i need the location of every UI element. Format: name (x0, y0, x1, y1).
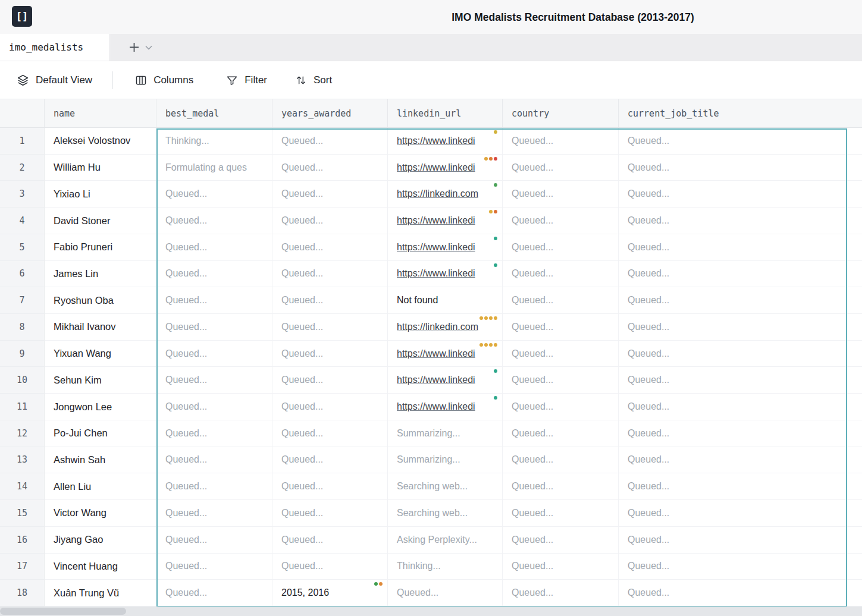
cell-name[interactable]: Po-Jui Chen (45, 420, 156, 447)
cell-linkedin-url[interactable]: Searching web... (388, 473, 503, 500)
row-number[interactable]: 14 (0, 473, 45, 500)
cell-linkedin-url[interactable]: https://linkedin.com (388, 314, 503, 341)
cell-best-medal[interactable]: Queued... (156, 500, 272, 527)
cell-current-job-title[interactable]: Queued... (619, 420, 862, 447)
cell-linkedin-url[interactable]: https://www.linkedi (388, 394, 503, 420)
row-number[interactable]: 1 (0, 128, 45, 155)
cell-name[interactable]: David Stoner (45, 208, 156, 234)
cell-current-job-title[interactable]: Queued... (619, 181, 862, 208)
cell-name[interactable]: Aleksei Volostnov (45, 128, 156, 155)
cell-name[interactable]: Yixuan Wang (45, 341, 156, 367)
cell-current-job-title[interactable]: Queued... (619, 341, 862, 367)
cell-best-medal[interactable]: Queued... (156, 314, 272, 341)
cell-linkedin-url[interactable]: https://www.linkedi (388, 367, 503, 394)
cell-current-job-title[interactable]: Queued... (619, 473, 862, 500)
cell-current-job-title[interactable]: Queued... (619, 580, 862, 606)
cell-linkedin-url[interactable]: https://www.linkedi (388, 155, 503, 181)
cell-linkedin-url[interactable]: https://www.linkedi (388, 208, 503, 234)
header-current-job-title[interactable]: current_job_title (619, 99, 862, 127)
cell-name[interactable]: Victor Wang (45, 500, 156, 527)
cell-current-job-title[interactable]: Queued... (619, 314, 862, 341)
cell-current-job-title[interactable]: Queued... (619, 261, 862, 288)
header-linkedin-url[interactable]: linkedin_url (388, 99, 503, 127)
cell-name[interactable]: Jongwon Lee (45, 394, 156, 420)
cell-best-medal[interactable]: Queued... (156, 554, 272, 580)
cell-years-awarded[interactable]: Queued... (272, 447, 388, 474)
cell-current-job-title[interactable]: Queued... (619, 527, 862, 554)
horizontal-scrollbar[interactable] (0, 606, 862, 616)
cell-best-medal[interactable]: Queued... (156, 580, 272, 606)
linkedin-link[interactable]: https://www.linkedi (397, 375, 475, 385)
row-number[interactable]: 3 (0, 181, 45, 208)
cell-name[interactable]: James Lin (45, 261, 156, 288)
row-number[interactable]: 10 (0, 367, 45, 394)
cell-linkedin-url[interactable]: Summarizing... (388, 420, 503, 447)
linkedin-link[interactable]: https://linkedin.com (397, 322, 478, 332)
cell-years-awarded[interactable]: 2015, 2016 (272, 580, 388, 606)
row-number[interactable]: 12 (0, 420, 45, 447)
cell-years-awarded[interactable]: Queued... (272, 314, 388, 341)
cell-years-awarded[interactable]: Queued... (272, 394, 388, 420)
cell-name[interactable]: Allen Liu (45, 473, 156, 500)
scrollbar-thumb[interactable] (0, 608, 126, 615)
cell-years-awarded[interactable]: Queued... (272, 341, 388, 367)
cell-current-job-title[interactable]: Queued... (619, 128, 862, 155)
cell-linkedin-url[interactable]: https://www.linkedi (388, 128, 503, 155)
cell-linkedin-url[interactable]: Thinking... (388, 554, 503, 580)
cell-country[interactable]: Queued... (503, 394, 619, 420)
row-number[interactable]: 4 (0, 208, 45, 234)
header-country[interactable]: country (503, 99, 619, 127)
linkedin-link[interactable]: https://www.linkedi (397, 162, 475, 173)
cell-years-awarded[interactable]: Queued... (272, 527, 388, 554)
cell-name[interactable]: Yixiao Li (45, 181, 156, 208)
cell-current-job-title[interactable]: Queued... (619, 208, 862, 234)
cell-best-medal[interactable]: Queued... (156, 287, 272, 314)
cell-current-job-title[interactable]: Queued... (619, 234, 862, 261)
linkedin-link[interactable]: https://www.linkedi (397, 215, 475, 226)
linkedin-link[interactable]: https://www.linkedi (397, 136, 475, 146)
cell-best-medal[interactable]: Queued... (156, 420, 272, 447)
cell-country[interactable]: Queued... (503, 287, 619, 314)
cell-linkedin-url[interactable]: https://www.linkedi (388, 341, 503, 367)
linkedin-link[interactable]: https://www.linkedi (397, 401, 475, 412)
cell-current-job-title[interactable]: Queued... (619, 554, 862, 580)
app-logo[interactable]: [] (12, 6, 32, 27)
cell-name[interactable]: Vincent Huang (45, 554, 156, 580)
cell-best-medal[interactable]: Queued... (156, 394, 272, 420)
tab-imo-medalists[interactable]: imo_medalists (0, 34, 110, 61)
cell-name[interactable]: Mikhail Ivanov (45, 314, 156, 341)
linkedin-link[interactable]: https://linkedin.com (397, 188, 478, 199)
header-years-awarded[interactable]: years_awarded (272, 99, 388, 127)
row-number[interactable]: 13 (0, 447, 45, 474)
header-best-medal[interactable]: best_medal (156, 99, 272, 127)
row-number[interactable]: 15 (0, 500, 45, 527)
cell-country[interactable]: Queued... (503, 367, 619, 394)
row-number[interactable]: 7 (0, 287, 45, 314)
cell-current-job-title[interactable]: Queued... (619, 500, 862, 527)
cell-country[interactable]: Queued... (503, 554, 619, 580)
linkedin-link[interactable]: https://www.linkedi (397, 268, 475, 279)
cell-country[interactable]: Queued... (503, 234, 619, 261)
cell-years-awarded[interactable]: Queued... (272, 208, 388, 234)
cell-country[interactable]: Queued... (503, 208, 619, 234)
columns-button[interactable]: Columns (135, 74, 193, 86)
linkedin-link[interactable]: https://www.linkedi (397, 348, 475, 359)
cell-name[interactable]: Sehun Kim (45, 367, 156, 394)
cell-years-awarded[interactable]: Queued... (272, 500, 388, 527)
cell-best-medal[interactable]: Formulating a ques (156, 155, 272, 181)
cell-linkedin-url[interactable]: Searching web... (388, 500, 503, 527)
cell-linkedin-url[interactable]: https://www.linkedi (388, 261, 503, 288)
cell-name[interactable]: William Hu (45, 155, 156, 181)
cell-name[interactable]: Ryoshun Oba (45, 287, 156, 314)
cell-linkedin-url[interactable]: Not found (388, 287, 503, 314)
cell-name[interactable]: Xuân Trung Vũ (45, 580, 156, 606)
cell-current-job-title[interactable]: Queued... (619, 447, 862, 474)
cell-best-medal[interactable]: Thinking... (156, 128, 272, 155)
row-number[interactable]: 9 (0, 341, 45, 367)
cell-best-medal[interactable]: Queued... (156, 341, 272, 367)
tab-menu-button[interactable] (145, 45, 152, 50)
sort-button[interactable]: Sort (295, 74, 332, 86)
cell-country[interactable]: Queued... (503, 500, 619, 527)
cell-country[interactable]: Queued... (503, 527, 619, 554)
cell-linkedin-url[interactable]: Queued... (388, 580, 503, 606)
